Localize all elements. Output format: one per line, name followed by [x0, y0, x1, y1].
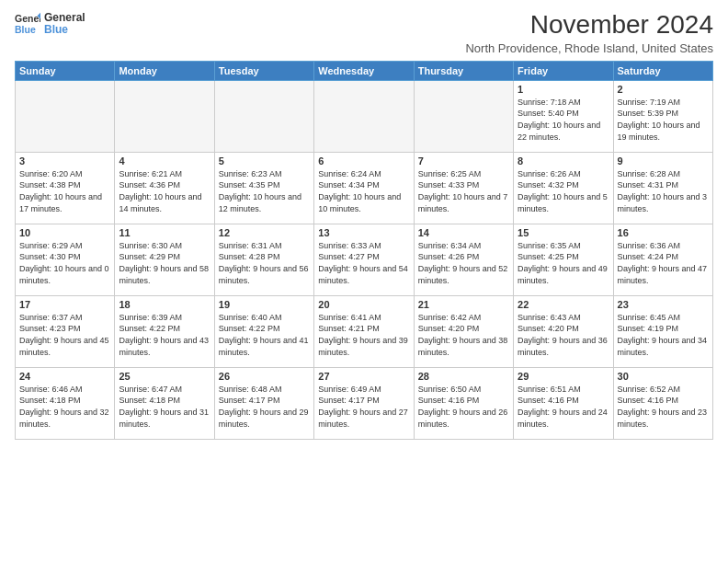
day-info: Sunrise: 6:41 AM Sunset: 4:21 PM Dayligh…: [318, 312, 409, 358]
col-monday: Monday: [115, 61, 214, 80]
subtitle: North Providence, Rhode Island, United S…: [465, 41, 713, 55]
logo: General Blue General Blue: [15, 11, 85, 37]
header: General Blue General Blue November 2024 …: [15, 11, 713, 55]
day-info: Sunrise: 6:24 AM Sunset: 4:34 PM Dayligh…: [318, 168, 409, 214]
day-info: Sunrise: 6:37 AM Sunset: 4:23 PM Dayligh…: [19, 312, 110, 358]
table-row: 28Sunrise: 6:50 AM Sunset: 4:16 PM Dayli…: [414, 367, 513, 439]
day-info: Sunrise: 6:34 AM Sunset: 4:26 PM Dayligh…: [418, 240, 509, 286]
col-saturday: Saturday: [613, 61, 712, 80]
calendar-week-row: 3Sunrise: 6:20 AM Sunset: 4:38 PM Daylig…: [16, 152, 713, 224]
day-number: 1: [518, 84, 609, 95]
table-row: 8Sunrise: 6:26 AM Sunset: 4:32 PM Daylig…: [514, 152, 613, 224]
day-number: 20: [318, 299, 409, 310]
day-info: Sunrise: 6:28 AM Sunset: 4:31 PM Dayligh…: [618, 168, 709, 214]
day-number: 26: [219, 371, 310, 382]
day-info: Sunrise: 6:46 AM Sunset: 4:18 PM Dayligh…: [19, 384, 110, 430]
table-row: 20Sunrise: 6:41 AM Sunset: 4:21 PM Dayli…: [314, 295, 414, 367]
day-info: Sunrise: 6:26 AM Sunset: 4:32 PM Dayligh…: [518, 168, 609, 214]
table-row: 2Sunrise: 7:19 AM Sunset: 5:39 PM Daylig…: [613, 80, 712, 152]
table-row: 3Sunrise: 6:20 AM Sunset: 4:38 PM Daylig…: [16, 152, 115, 224]
table-row: 4Sunrise: 6:21 AM Sunset: 4:36 PM Daylig…: [115, 152, 214, 224]
table-row: [16, 80, 115, 152]
table-row: [214, 80, 313, 152]
day-info: Sunrise: 6:25 AM Sunset: 4:33 PM Dayligh…: [418, 168, 509, 214]
day-number: 4: [119, 155, 210, 167]
col-thursday: Thursday: [414, 61, 513, 80]
day-info: Sunrise: 6:45 AM Sunset: 4:19 PM Dayligh…: [618, 312, 709, 358]
day-info: Sunrise: 6:33 AM Sunset: 4:27 PM Dayligh…: [318, 240, 409, 286]
day-number: 12: [219, 227, 310, 238]
day-info: Sunrise: 7:18 AM Sunset: 5:40 PM Dayligh…: [518, 97, 609, 143]
table-row: [414, 80, 513, 152]
table-row: 19Sunrise: 6:40 AM Sunset: 4:22 PM Dayli…: [214, 295, 313, 367]
table-row: 15Sunrise: 6:35 AM Sunset: 4:25 PM Dayli…: [514, 224, 613, 295]
calendar-week-row: 10Sunrise: 6:29 AM Sunset: 4:30 PM Dayli…: [16, 224, 713, 295]
col-friday: Friday: [514, 61, 613, 80]
day-info: Sunrise: 6:43 AM Sunset: 4:20 PM Dayligh…: [518, 312, 609, 358]
day-number: 5: [219, 155, 310, 167]
table-row: 5Sunrise: 6:23 AM Sunset: 4:35 PM Daylig…: [214, 152, 313, 224]
day-info: Sunrise: 6:47 AM Sunset: 4:18 PM Dayligh…: [119, 384, 210, 430]
day-number: 10: [19, 227, 110, 238]
table-row: 18Sunrise: 6:39 AM Sunset: 4:22 PM Dayli…: [115, 295, 214, 367]
day-number: 13: [318, 227, 409, 238]
table-row: 22Sunrise: 6:43 AM Sunset: 4:20 PM Dayli…: [514, 295, 613, 367]
day-info: Sunrise: 6:49 AM Sunset: 4:17 PM Dayligh…: [318, 384, 409, 430]
day-info: Sunrise: 6:39 AM Sunset: 4:22 PM Dayligh…: [119, 312, 210, 358]
table-row: 9Sunrise: 6:28 AM Sunset: 4:31 PM Daylig…: [613, 152, 712, 224]
day-number: 3: [19, 155, 110, 167]
day-info: Sunrise: 6:35 AM Sunset: 4:25 PM Dayligh…: [518, 240, 609, 286]
table-row: 29Sunrise: 6:51 AM Sunset: 4:16 PM Dayli…: [514, 367, 613, 439]
day-number: 24: [19, 371, 110, 382]
day-number: 28: [418, 371, 509, 382]
day-info: Sunrise: 6:29 AM Sunset: 4:30 PM Dayligh…: [19, 240, 110, 286]
day-number: 27: [318, 371, 409, 382]
day-number: 22: [518, 299, 609, 310]
day-number: 2: [618, 84, 709, 95]
table-row: 7Sunrise: 6:25 AM Sunset: 4:33 PM Daylig…: [414, 152, 513, 224]
day-info: Sunrise: 6:20 AM Sunset: 4:38 PM Dayligh…: [19, 168, 110, 214]
day-number: 30: [618, 371, 709, 382]
logo-text-blue: Blue: [44, 24, 85, 36]
month-title: November 2024: [465, 11, 713, 40]
day-number: 6: [318, 155, 409, 167]
svg-text:General: General: [15, 13, 40, 24]
table-row: 25Sunrise: 6:47 AM Sunset: 4:18 PM Dayli…: [115, 367, 214, 439]
day-number: 9: [618, 155, 709, 167]
day-number: 21: [418, 299, 509, 310]
day-info: Sunrise: 6:50 AM Sunset: 4:16 PM Dayligh…: [418, 384, 509, 430]
day-number: 19: [219, 299, 310, 310]
logo-icon: General Blue: [15, 11, 40, 37]
day-info: Sunrise: 6:42 AM Sunset: 4:20 PM Dayligh…: [418, 312, 509, 358]
day-number: 15: [518, 227, 609, 238]
table-row: [314, 80, 414, 152]
table-row: 11Sunrise: 6:30 AM Sunset: 4:29 PM Dayli…: [115, 224, 214, 295]
day-number: 29: [518, 371, 609, 382]
table-row: [115, 80, 214, 152]
calendar-table: Sunday Monday Tuesday Wednesday Thursday…: [15, 61, 713, 440]
day-info: Sunrise: 6:51 AM Sunset: 4:16 PM Dayligh…: [518, 384, 609, 430]
table-row: 17Sunrise: 6:37 AM Sunset: 4:23 PM Dayli…: [16, 295, 115, 367]
day-number: 18: [119, 299, 210, 310]
day-number: 7: [418, 155, 509, 167]
day-info: Sunrise: 6:21 AM Sunset: 4:36 PM Dayligh…: [119, 168, 210, 214]
table-row: 13Sunrise: 6:33 AM Sunset: 4:27 PM Dayli…: [314, 224, 414, 295]
col-sunday: Sunday: [16, 61, 115, 80]
calendar-week-row: 1Sunrise: 7:18 AM Sunset: 5:40 PM Daylig…: [16, 80, 713, 152]
day-number: 16: [618, 227, 709, 238]
col-tuesday: Tuesday: [214, 61, 313, 80]
day-info: Sunrise: 6:30 AM Sunset: 4:29 PM Dayligh…: [119, 240, 210, 286]
table-row: 24Sunrise: 6:46 AM Sunset: 4:18 PM Dayli…: [16, 367, 115, 439]
day-number: 8: [518, 155, 609, 167]
day-number: 14: [418, 227, 509, 238]
day-info: Sunrise: 6:31 AM Sunset: 4:28 PM Dayligh…: [219, 240, 310, 286]
table-row: 10Sunrise: 6:29 AM Sunset: 4:30 PM Dayli…: [16, 224, 115, 295]
table-row: 27Sunrise: 6:49 AM Sunset: 4:17 PM Dayli…: [314, 367, 414, 439]
day-number: 11: [119, 227, 210, 238]
table-row: 16Sunrise: 6:36 AM Sunset: 4:24 PM Dayli…: [613, 224, 712, 295]
day-info: Sunrise: 6:48 AM Sunset: 4:17 PM Dayligh…: [219, 384, 310, 430]
day-info: Sunrise: 6:40 AM Sunset: 4:22 PM Dayligh…: [219, 312, 310, 358]
day-number: 23: [618, 299, 709, 310]
day-info: Sunrise: 6:23 AM Sunset: 4:35 PM Dayligh…: [219, 168, 310, 214]
day-number: 17: [19, 299, 110, 310]
